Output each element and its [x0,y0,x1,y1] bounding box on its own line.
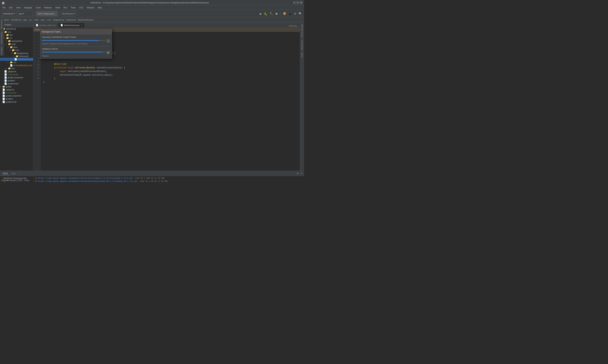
breadcrumb-app[interactable]: app [23,19,27,21]
file-icon: 📄 [2,97,5,100]
tree-item[interactable]: 📄 .gitignore [0,70,33,73]
tree-item[interactable]: ▸ 📁 gradle [0,85,33,88]
dialog-close-button[interactable]: – [108,30,110,33]
tree-item[interactable]: ▾ 📁 dingjiaxiong [0,52,33,55]
breadcrumb-mainactivity[interactable]: MainActivity.java [78,19,93,21]
project-dropdown[interactable]: HelloWorld ▾ [1,11,17,16]
build-settings-icon[interactable]: ⚙ [297,172,299,175]
tree-item[interactable]: ▾ 📁 helloworld [0,55,33,58]
maximize-button[interactable]: □ [297,1,299,4]
menu-help[interactable]: Help [96,6,103,9]
right-panel-gradle[interactable]: Gradle [301,52,303,59]
tree-label: MainActivity.java [18,58,33,60]
tree-item[interactable]: ▾ 📁 androidTest [0,39,33,42]
tree-item[interactable]: 📄 build.gradle [0,73,33,76]
menu-window[interactable]: Window [85,6,96,9]
build-close-icon[interactable]: ✕ [301,172,302,175]
tree-item[interactable]: 📄 gradlew.bat [0,100,33,103]
right-panel-notifications[interactable]: Notifications [301,39,303,51]
title-bar: 🤖 HelloWorld – D:\DingJiaxiong\AndroidSt… [0,0,304,5]
tree-item[interactable]: ▸ 📁 libs [0,33,33,37]
tab-close-icon[interactable]: ✕ [81,24,82,26]
build-tab-close[interactable]: ✕ [19,172,21,174]
run-button[interactable]: ▶ [259,12,262,16]
menu-view[interactable]: View [15,6,22,9]
breadcrumb-helloworld[interactable]: HelloWorld [11,19,21,21]
file-icon: 📄 [2,94,5,97]
tree-item[interactable]: 📄 MainActivity.java [0,58,33,61]
file-icon: 📄 [4,76,7,79]
tree-item[interactable]: ▾ 📁 com [0,49,33,52]
menu-file[interactable]: File [1,6,7,9]
menu-vcs[interactable]: VCS [78,6,85,9]
build-tab-build[interactable]: Build [1,172,9,175]
tab-mainactivity-java[interactable]: 📄 MainActivity.java ✕ [58,23,85,27]
avd-manager-icon[interactable]: 📱 [288,12,292,16]
dialog-title-bar: Background Tasks – [40,29,112,34]
add-config-button[interactable]: Add Configuration... [36,11,58,16]
tree-item[interactable]: ▸ 📁 test [0,67,33,70]
menu-run[interactable]: Run [62,6,69,9]
tree-label: res [13,61,16,64]
menu-navigate[interactable]: Navigate [22,6,34,9]
build-log[interactable]: id https://repo.maven.apache.org/maven2/… [33,176,304,182]
breadcrumb-com[interactable]: com [47,19,51,21]
tree-item[interactable]: 📄 gradle.properties [0,76,33,79]
menu-code[interactable]: Code [34,6,42,9]
build-tab-sync[interactable]: Sync [10,172,17,175]
menu-tools[interactable]: Tools [69,6,77,9]
file-icon: 📁 [2,85,5,88]
breadcrumb-dingjiaxiong[interactable]: dingjiaxiong [53,19,64,21]
log-line: id https://repo.maven.apache.org/maven2/… [35,180,302,182]
devices-dropdown[interactable]: No Devices ▾ [61,11,76,16]
task2-play-button[interactable]: ▶ [107,51,110,54]
file-icon: 📄 [4,70,7,73]
breadcrumb-main[interactable]: main [34,19,39,21]
build-left-item[interactable]: HelloWorld: Download netty-handler-proxy… [0,177,33,182]
tree-item[interactable]: ▾ 📁 java [0,46,33,49]
tree-item[interactable]: 📄 gradlew [0,97,33,100]
tab-activity-main-xml[interactable]: 📄 activity_main.xml [33,23,58,27]
close-button[interactable]: ✕ [300,1,302,4]
stop-button[interactable]: ⏹ [274,12,278,16]
menu-build[interactable]: Build [54,6,62,9]
log-link[interactable]: https://repo.maven.apache.org/maven2/xer… [38,177,133,179]
minimize-button[interactable]: – [293,1,296,4]
tree-label: test [11,67,15,69]
right-panel-device-manager[interactable]: Device Manager [301,23,303,38]
settings-icon[interactable]: ⚙ [293,12,297,16]
module-dropdown[interactable]: app ▾ [17,11,33,16]
tree-item[interactable]: 📄 build.gradle [0,91,33,94]
right-panel: Device Manager Notifications Gradle [300,22,304,171]
sdk-manager-icon[interactable]: 📦 [282,12,287,16]
tree-item[interactable]: ▾ 📁 HelloWorld [0,27,33,30]
chevron-down-icon2: ▾ [23,12,24,15]
tree-item[interactable]: ▾ 📁 src [0,37,33,39]
breadcrumb: Android › HelloWorld › app › src › main … [0,17,304,22]
search-icon[interactable]: 🔍 [298,12,302,16]
breadcrumb-src[interactable]: src [29,19,32,21]
menu-edit[interactable]: Edit [8,6,14,9]
breadcrumb-java[interactable]: java [41,19,45,21]
task1-cancel-button[interactable]: ✕ [107,39,110,43]
debug-button[interactable]: 🐛 [263,12,268,16]
left-panel-emulator[interactable]: Emulator [0,45,4,56]
task1-subtitle: Gradle: Download netty-handler-proxy-4.1… [42,43,110,45]
window-controls[interactable]: – □ ✕ [293,1,302,4]
left-panel-build-variants[interactable]: Build Variants [0,30,4,45]
tree-item[interactable]: 📄 gradlew [0,79,33,82]
tree-item[interactable]: 📄 gradle.properties [0,94,33,97]
tree-item[interactable]: 📄 gradlew.bat [0,82,33,85]
tree-label: AndroidManifest.xml [13,64,32,66]
tree-item[interactable]: ▸ 📁 res [0,61,33,64]
build-button[interactable]: 🔨 [269,12,273,16]
menu-refactor[interactable]: Refactor [43,6,53,9]
tree-item[interactable]: 📄 AndroidManifest.xml [0,64,33,67]
tree-item[interactable]: ▾ 📁 app [0,30,33,33]
tree-item[interactable]: ▾ 📁 main [0,42,33,46]
left-panel-bookmarks[interactable]: Bookmarks [0,17,4,30]
log-link[interactable]: https://repo.maven.apache.org/maven2/com… [38,180,137,182]
file-icon: 📁 [10,61,13,64]
tree-item[interactable]: 📄 .gitignore [0,88,33,91]
breadcrumb-helloworld-pkg[interactable]: helloworld [66,19,76,21]
